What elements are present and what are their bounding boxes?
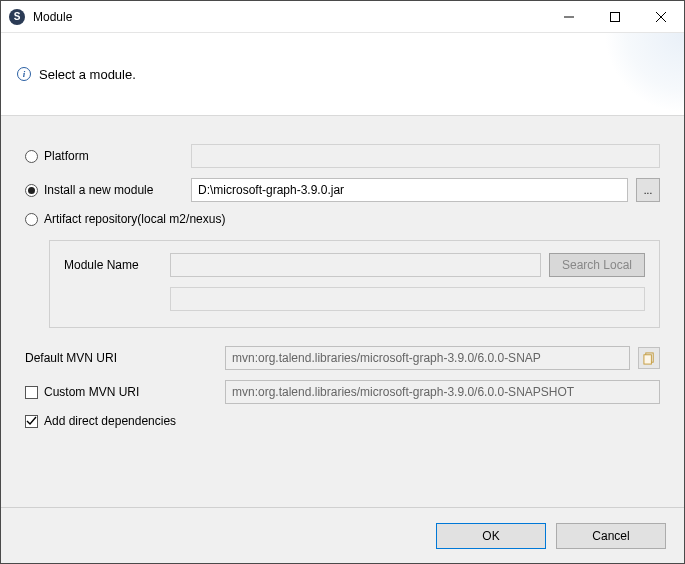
option-install-row: Install a new module ... [25, 178, 660, 202]
artifact-label: Artifact repository(local m2/nexus) [44, 212, 225, 226]
check-icon [26, 416, 37, 427]
maximize-button[interactable] [592, 1, 638, 33]
window-title: Module [33, 10, 72, 24]
platform-radio-group[interactable]: Platform [25, 149, 183, 163]
custom-uri-label-wrap[interactable]: Custom MVN URI [25, 385, 217, 399]
custom-uri-row: Custom MVN URI [25, 380, 660, 404]
default-uri-row: Default MVN URI [25, 346, 660, 370]
dialog-footer: OK Cancel [1, 507, 684, 563]
module-name-label: Module Name [64, 258, 162, 272]
platform-radio[interactable] [25, 150, 38, 163]
platform-label: Platform [44, 149, 89, 163]
add-deps-label: Add direct dependencies [44, 414, 176, 428]
close-button[interactable] [638, 1, 684, 33]
minimize-button[interactable] [546, 1, 592, 33]
option-artifact-row: Artifact repository(local m2/nexus) [25, 212, 660, 226]
module-dropdown-row [64, 287, 645, 311]
install-radio[interactable] [25, 184, 38, 197]
artifact-radio[interactable] [25, 213, 38, 226]
cancel-button[interactable]: Cancel [556, 523, 666, 549]
module-name-input [170, 253, 541, 277]
dialog-header: i Select a module. [1, 33, 684, 115]
header-message: Select a module. [39, 67, 136, 82]
artifact-radio-group[interactable]: Artifact repository(local m2/nexus) [25, 212, 225, 226]
install-path-input[interactable] [191, 178, 628, 202]
app-icon: S [9, 9, 25, 25]
platform-select [191, 144, 660, 168]
custom-uri-checkbox[interactable] [25, 386, 38, 399]
copy-icon [643, 352, 656, 365]
default-uri-label: Default MVN URI [25, 351, 217, 365]
svg-rect-5 [643, 354, 650, 363]
install-label: Install a new module [44, 183, 153, 197]
info-icon: i [17, 67, 31, 81]
option-platform-row: Platform [25, 144, 660, 168]
module-name-panel: Module Name Search Local [49, 240, 660, 328]
dialog-body: Platform Install a new module ... Artifa… [1, 115, 684, 507]
custom-uri-input [225, 380, 660, 404]
module-name-row: Module Name Search Local [64, 253, 645, 277]
custom-uri-label: Custom MVN URI [44, 385, 139, 399]
search-local-button: Search Local [549, 253, 645, 277]
svg-rect-1 [611, 12, 620, 21]
default-uri-input [225, 346, 630, 370]
decorative-corner [604, 33, 684, 113]
copy-uri-button[interactable] [638, 347, 660, 369]
browse-button[interactable]: ... [636, 178, 660, 202]
titlebar: S Module [1, 1, 684, 33]
install-radio-group[interactable]: Install a new module [25, 183, 183, 197]
add-deps-checkbox[interactable] [25, 415, 38, 428]
add-deps-row[interactable]: Add direct dependencies [25, 414, 660, 428]
module-dropdown [170, 287, 645, 311]
ok-button[interactable]: OK [436, 523, 546, 549]
